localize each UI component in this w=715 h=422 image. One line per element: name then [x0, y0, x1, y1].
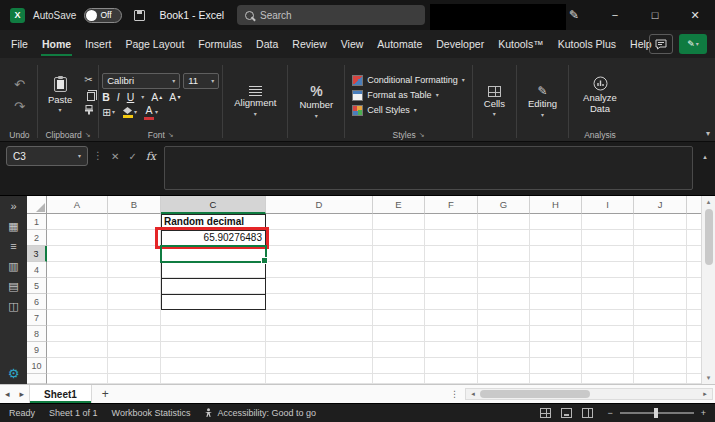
cell[interactable] — [47, 214, 108, 230]
cell[interactable] — [425, 214, 478, 230]
cell[interactable] — [108, 294, 161, 310]
cell[interactable] — [373, 326, 425, 342]
cell[interactable] — [266, 294, 373, 310]
tab-automate[interactable]: Automate — [370, 30, 429, 58]
cell[interactable] — [373, 358, 425, 374]
cell[interactable] — [582, 278, 634, 294]
cell[interactable] — [47, 358, 108, 374]
select-all-corner[interactable] — [27, 196, 47, 214]
cell[interactable] — [161, 294, 266, 310]
cell[interactable] — [108, 326, 161, 342]
format-as-table-button[interactable]: Format as Table▾ — [352, 90, 465, 101]
cell[interactable] — [47, 294, 108, 310]
cell[interactable] — [266, 358, 373, 374]
expand-pane-icon[interactable]: » — [10, 201, 16, 212]
maximize-button[interactable]: □ — [635, 0, 675, 30]
cell[interactable] — [108, 278, 161, 294]
underline-dropdown-icon[interactable]: ▾ — [141, 94, 144, 100]
font-color-button[interactable]: A ▾ — [144, 105, 158, 120]
column-header-e[interactable]: E — [373, 196, 425, 214]
column-header-c[interactable]: C — [161, 196, 266, 214]
cell[interactable] — [582, 262, 634, 278]
cell[interactable] — [108, 310, 161, 326]
cell[interactable] — [161, 310, 266, 326]
row-header[interactable]: 10 — [27, 358, 47, 374]
cell[interactable] — [266, 214, 373, 230]
font-family-select[interactable]: Calibri▾ — [102, 73, 180, 89]
paste-button[interactable]: Paste ▾ — [41, 76, 79, 114]
dialog-launcher-icon[interactable]: ↘ — [85, 131, 91, 139]
undo-button[interactable]: ↶ — [14, 78, 25, 91]
cell[interactable] — [425, 278, 478, 294]
zoom-slider-thumb[interactable] — [654, 408, 658, 418]
cell[interactable] — [425, 358, 478, 374]
cell[interactable] — [478, 230, 530, 246]
confirm-entry-button[interactable]: ✓ — [128, 151, 136, 162]
cell[interactable] — [478, 342, 530, 358]
columns-view-icon[interactable]: ▥ — [8, 261, 18, 272]
cell[interactable] — [373, 342, 425, 358]
cell[interactable] — [373, 294, 425, 310]
horizontal-scrollbar[interactable]: ◂ ▸ — [465, 388, 713, 400]
cell[interactable] — [266, 374, 373, 384]
cell[interactable] — [582, 374, 634, 384]
add-sheet-button[interactable]: + — [92, 385, 119, 403]
cell[interactable] — [47, 342, 108, 358]
format-painter-button[interactable] — [84, 105, 94, 116]
cell-c1[interactable]: Random decimal — [161, 214, 266, 230]
cell[interactable] — [108, 214, 161, 230]
cell[interactable] — [373, 310, 425, 326]
row-header[interactable]: 5 — [27, 278, 47, 294]
horizontal-scroll-thumb[interactable] — [480, 390, 590, 398]
cell[interactable] — [478, 278, 530, 294]
cell[interactable] — [266, 230, 373, 246]
cell[interactable] — [425, 246, 478, 262]
tab-review[interactable]: Review — [285, 30, 333, 58]
document-lines-icon[interactable]: ≡ — [10, 241, 16, 252]
row-header[interactable]: 4 — [27, 262, 47, 278]
tab-home[interactable]: Home — [35, 30, 78, 58]
split-view-icon[interactable]: ◫ — [8, 301, 18, 312]
cell[interactable] — [478, 326, 530, 342]
cell[interactable] — [530, 214, 582, 230]
cell[interactable] — [478, 374, 530, 384]
tab-page-layout[interactable]: Page Layout — [118, 30, 191, 58]
zoom-slider[interactable] — [620, 412, 694, 414]
cell[interactable] — [47, 374, 108, 384]
cell[interactable] — [634, 230, 687, 246]
settings-gear-icon[interactable]: ⚙ — [8, 367, 20, 380]
cell[interactable] — [425, 326, 478, 342]
insert-function-button[interactable]: fx — [146, 150, 156, 163]
cell[interactable] — [634, 278, 687, 294]
analyze-data-button[interactable]: Analyze Data — [572, 76, 628, 115]
cell[interactable] — [530, 278, 582, 294]
redo-button[interactable]: ↷ — [14, 100, 25, 113]
dialog-launcher-icon[interactable]: ↘ — [419, 131, 425, 139]
cell[interactable] — [530, 230, 582, 246]
italic-button[interactable]: I — [117, 92, 120, 103]
rows-view-icon[interactable]: ▤ — [8, 281, 18, 292]
cell[interactable] — [108, 262, 161, 278]
font-size-select[interactable]: 11▾ — [183, 73, 219, 89]
cell[interactable] — [634, 262, 687, 278]
cell[interactable] — [478, 358, 530, 374]
alignment-button[interactable]: Alignment ▾ — [226, 62, 284, 141]
fill-color-button[interactable]: ▾ — [122, 107, 137, 118]
column-header-i[interactable]: I — [582, 196, 634, 214]
tab-developer[interactable]: Developer — [429, 30, 491, 58]
cell[interactable] — [634, 358, 687, 374]
search-input[interactable]: Search — [237, 5, 425, 25]
cell[interactable] — [47, 262, 108, 278]
cell[interactable] — [634, 374, 687, 384]
save-icon[interactable] — [134, 10, 145, 21]
column-header-d[interactable]: D — [266, 196, 373, 214]
next-sheet-icon[interactable]: ▸ — [15, 385, 30, 403]
cell[interactable] — [266, 310, 373, 326]
tab-splitter-icon[interactable]: ⋮ — [446, 385, 463, 403]
collapse-formula-bar-icon[interactable]: ▴ — [698, 146, 712, 161]
scroll-right-icon[interactable]: ▸ — [698, 390, 712, 398]
cell[interactable] — [530, 246, 582, 262]
cell[interactable] — [425, 342, 478, 358]
zoom-in-button[interactable]: + — [701, 408, 706, 418]
editing-mode-button[interactable]: ✎ ▾ — [679, 34, 707, 54]
